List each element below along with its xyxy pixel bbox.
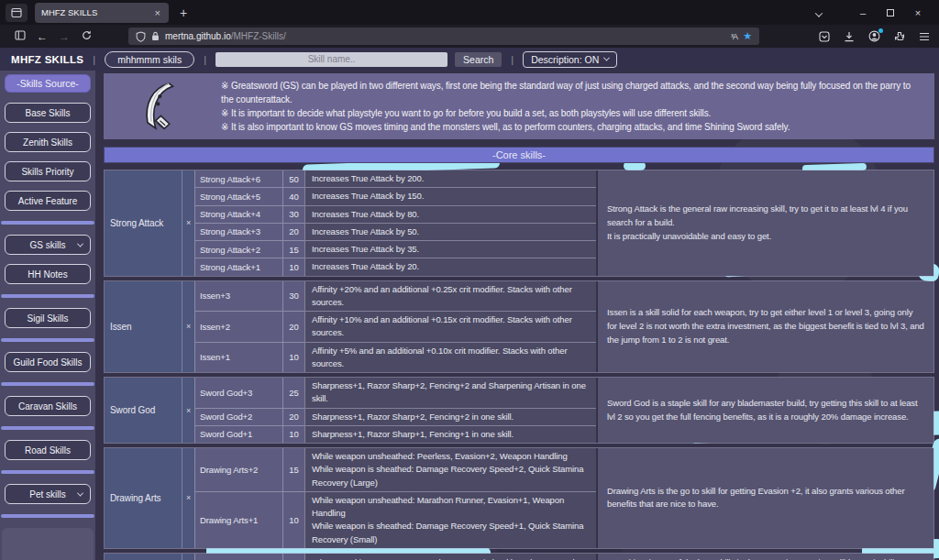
- extensions-icon[interactable]: [894, 31, 905, 42]
- window-maximize-button[interactable]: [877, 7, 904, 18]
- sidebar-item-sigil-skills[interactable]: Sigil Skills: [5, 308, 91, 328]
- navigation-bar: ← → mertna.github.io/MHFZ-Skills/ ˣA ★: [0, 25, 939, 48]
- skill-group: Issen×Issen+330Affinity +20% and an addi…: [104, 280, 934, 374]
- skill-effect: When attacking a monster, 80% chance to …: [304, 554, 596, 560]
- skill-level-name: Issen+2: [194, 312, 282, 343]
- note-line: ※ It is also important to know GS moves …: [221, 120, 923, 134]
- sidebar-bottom-panel: [2, 528, 94, 560]
- skill-points: 20: [282, 312, 304, 343]
- browser-tab[interactable]: MHFZ SKILLS ×: [35, 3, 169, 23]
- window-minimize-button[interactable]: –: [849, 7, 877, 18]
- remove-skill-button[interactable]: ×: [182, 170, 194, 276]
- sidebar-item-road-skills[interactable]: Road Skills: [5, 440, 91, 460]
- tracking-protection-shield-icon[interactable]: [136, 31, 146, 42]
- remove-skill-button[interactable]: ×: [182, 378, 194, 443]
- sidebar-item-caravan-skills[interactable]: Caravan Skills: [5, 396, 91, 416]
- skill-group: Drawing Arts×Drawing Arts+215While weapo…: [104, 447, 934, 549]
- skill-effect: Increases True Attack by 20.: [304, 258, 596, 275]
- skill-level-name: Issen+3: [194, 281, 282, 313]
- separator: |: [93, 54, 95, 65]
- page-top-bar: MHFZ SKILLS | mhhmmm skils | Search | De…: [0, 48, 939, 71]
- skill-points: 10: [282, 258, 304, 275]
- account-icon[interactable]: [868, 30, 880, 42]
- description-toggle-select[interactable]: Description: ON: [523, 51, 617, 68]
- skill-search-input[interactable]: [215, 52, 447, 67]
- sidebar-item-label: -Skills Source-: [17, 78, 79, 89]
- sidebar-item-gs-skills[interactable]: GS skills: [5, 235, 91, 255]
- skill-effect: Increases True Attack by 50.: [304, 224, 596, 241]
- remove-skill-button[interactable]: ×: [182, 448, 194, 548]
- skill-level-name: Strong Attack+5: [194, 188, 282, 205]
- sidebar-divider: [1, 514, 94, 518]
- skill-points: 10: [282, 492, 304, 548]
- menu-icon[interactable]: [919, 32, 930, 41]
- sidebar-item-skills-priority[interactable]: Skills Priority: [5, 161, 91, 181]
- skill-effect: Increases True Attack by 200.: [304, 170, 596, 188]
- skill-description: Issen is a skill solid for each weapon, …: [596, 281, 933, 373]
- sidebar: -Skills Source-Base SkillsZenith SkillsS…: [0, 71, 95, 560]
- firefox-view-button[interactable]: [6, 4, 28, 22]
- sidebar-item-pet-skills[interactable]: Pet skills: [5, 484, 91, 504]
- new-tab-button[interactable]: +: [180, 5, 187, 20]
- skill-effect: While weapon unsheathed: Peerless, Evasi…: [304, 448, 596, 492]
- sidebar-item-guild-food-skills[interactable]: Guild Food Skills: [5, 352, 91, 372]
- skill-group-name: Sword God: [105, 378, 182, 443]
- skill-points: 25: [282, 378, 304, 409]
- back-button[interactable]: ←: [31, 30, 53, 43]
- remove-skill-button[interactable]: [182, 554, 194, 560]
- skill-effect: Increases True Attack by 80.: [304, 206, 596, 224]
- url-text: mertna.github.io/MHFZ-Skills/: [165, 31, 286, 41]
- tab-close-icon[interactable]: ×: [153, 7, 162, 18]
- skills-menu-button[interactable]: mhhmmm skils: [105, 51, 194, 68]
- sidebar-item-skills-source[interactable]: -Skills Source-: [5, 74, 91, 93]
- skill-group-name: Issen: [105, 281, 182, 373]
- url-path: /MHFZ-Skills/: [231, 31, 286, 41]
- sidebar-item-base-skills[interactable]: Base Skills: [5, 103, 91, 123]
- sidebar-divider: [1, 338, 94, 342]
- forward-button[interactable]: →: [53, 30, 75, 43]
- skill-effect: Affinity +5% and an additional +0.10x cr…: [304, 343, 596, 373]
- chevron-down-icon: [603, 55, 610, 61]
- tab-list-chevron-icon[interactable]: [816, 5, 822, 21]
- sidebar-toggle-icon[interactable]: [9, 30, 31, 43]
- sidebar-divider: [1, 294, 94, 298]
- skill-description: Vampirism is one of the best skills in t…: [596, 554, 933, 560]
- skill-points: 40: [282, 188, 304, 205]
- tab-strip: MHFZ SKILLS × + – ×: [0, 0, 939, 25]
- downloads-icon[interactable]: [844, 31, 855, 42]
- sidebar-item-hh-notes[interactable]: HH Notes: [5, 264, 91, 284]
- sidebar-item-label: Road Skills: [25, 445, 71, 456]
- separator: |: [511, 54, 514, 65]
- chevron-down-icon: [77, 489, 83, 496]
- sidebar-item-zenith-skills[interactable]: Zenith Skills: [5, 132, 91, 152]
- bookmark-star-icon[interactable]: ★: [743, 30, 752, 42]
- page-title: MHFZ SKILLS: [11, 54, 83, 65]
- sidebar-item-label: GS skills: [30, 240, 66, 250]
- skill-points: 10: [282, 426, 304, 443]
- window-close-button[interactable]: ×: [904, 7, 932, 18]
- skill-level-name: [194, 554, 282, 560]
- skill-points: [282, 554, 304, 560]
- sidebar-divider: [1, 382, 94, 386]
- sidebar-item-label: HH Notes: [28, 269, 67, 280]
- note-line: ※ It is important to decide what playsty…: [221, 106, 923, 120]
- url-bar[interactable]: mertna.github.io/MHFZ-Skills/ ˣA ★: [128, 27, 759, 45]
- skill-description: Drawing Arts is the go to skill for gett…: [596, 448, 933, 548]
- chevron-down-icon: [77, 240, 83, 247]
- reload-button[interactable]: [75, 30, 97, 43]
- lock-icon: [151, 31, 160, 41]
- pocket-icon[interactable]: [819, 31, 830, 42]
- skill-level-name: Strong Attack+3: [194, 224, 282, 241]
- greatsword-icon: [104, 82, 221, 130]
- skill-points: 30: [282, 281, 304, 313]
- skill-group: Sword God×Sword God+325Sharpness+1, Razo…: [104, 377, 934, 444]
- sidebar-item-label: Pet skills: [29, 489, 65, 500]
- remove-skill-button[interactable]: ×: [182, 281, 194, 373]
- search-button[interactable]: Search: [455, 52, 502, 67]
- skill-points: 30: [282, 206, 304, 224]
- translate-page-icon[interactable]: ˣA: [731, 32, 737, 41]
- skill-effect: Affinity +20% and an additional +0.25x c…: [304, 281, 596, 313]
- sidebar-item-active-feature[interactable]: Active Feature: [5, 191, 91, 211]
- skill-group-name: [105, 554, 182, 560]
- skill-points: 20: [282, 224, 304, 241]
